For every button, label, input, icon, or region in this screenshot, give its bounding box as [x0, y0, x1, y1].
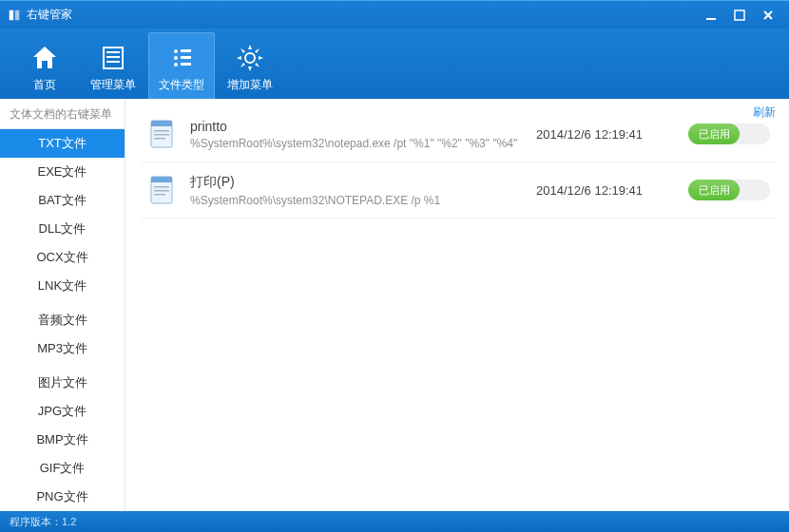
svg-rect-2: [706, 18, 716, 20]
svg-point-14: [245, 53, 255, 63]
svg-rect-17: [154, 130, 169, 132]
toggle-label: 已启用: [688, 180, 740, 200]
sidebar-item-bmp[interactable]: BMP文件: [0, 426, 125, 454]
svg-rect-19: [154, 138, 165, 140]
maximize-button[interactable]: [726, 6, 753, 25]
svg-rect-6: [106, 56, 120, 58]
minimize-icon: [705, 10, 717, 21]
svg-point-12: [174, 63, 178, 66]
sidebar-item-bat[interactable]: BAT文件: [0, 186, 125, 215]
svg-rect-13: [181, 63, 191, 66]
body: 文体文档的右键菜单 TXT文件 EXE文件 BAT文件 DLL文件 OCX文件 …: [0, 99, 789, 511]
sidebar-item-audio[interactable]: 音频文件: [0, 306, 125, 334]
sidebar-item-ocx[interactable]: OCX文件: [0, 243, 125, 272]
svg-rect-16: [151, 121, 172, 126]
gear-icon: [235, 43, 265, 73]
sidebar-item-lnk[interactable]: LNK文件: [0, 272, 125, 300]
svg-rect-9: [181, 49, 191, 52]
close-icon: [762, 10, 774, 21]
refresh-link[interactable]: 刷新: [753, 104, 776, 121]
sidebar-item-exe[interactable]: EXE文件: [0, 158, 125, 186]
sidebar-item-mp3[interactable]: MP3文件: [0, 334, 125, 363]
svg-rect-3: [735, 10, 744, 20]
svg-rect-7: [106, 61, 120, 63]
entry-timestamp: 2014/12/6 12:19:41: [536, 183, 679, 198]
entry-name: printto: [190, 119, 536, 134]
svg-rect-22: [154, 186, 169, 188]
svg-rect-5: [106, 51, 120, 53]
sidebar-item-png[interactable]: PNG文件: [0, 483, 125, 511]
sidebar: 文体文档的右键菜单 TXT文件 EXE文件 BAT文件 DLL文件 OCX文件 …: [0, 99, 125, 511]
toggle-label: 已启用: [688, 124, 740, 144]
menu-entry: printto %SystemRoot%\system32\notepad.ex…: [141, 106, 774, 162]
app-icon: [8, 9, 21, 22]
top-nav: 首页 管理菜单 文件类型 增加菜单: [0, 28, 789, 99]
version-number: 1.2: [62, 516, 76, 527]
svg-rect-0: [10, 10, 13, 20]
content-pane: 刷新 printto %SystemRoot%\system32\notepad…: [125, 99, 789, 511]
entry-list: printto %SystemRoot%\system32\notepad.ex…: [125, 99, 789, 226]
statusbar: 程序版本： 1.2: [0, 511, 789, 532]
version-label: 程序版本：: [10, 515, 62, 529]
svg-rect-1: [15, 10, 19, 20]
menu-entry: 打印(P) %SystemRoot%\system32\NOTEPAD.EXE …: [141, 162, 774, 218]
sidebar-item-gif[interactable]: GIF文件: [0, 454, 125, 483]
svg-rect-24: [154, 194, 165, 196]
entry-path: %SystemRoot%\system32\NOTEPAD.EXE /p %1: [190, 194, 536, 207]
window-title: 右键管家: [27, 7, 696, 23]
svg-rect-11: [181, 56, 191, 59]
sidebar-title: 文体文档的右键菜单: [0, 99, 125, 129]
nav-item-home[interactable]: 首页: [11, 32, 78, 99]
notepad-icon: [144, 172, 181, 208]
sidebar-item-jpg[interactable]: JPG文件: [0, 397, 125, 426]
sidebar-item-dll[interactable]: DLL文件: [0, 215, 125, 243]
svg-point-8: [174, 49, 178, 53]
svg-rect-23: [154, 190, 169, 192]
enable-toggle[interactable]: 已启用: [688, 180, 770, 200]
nav-item-add-menu[interactable]: 增加菜单: [217, 32, 283, 99]
minimize-button[interactable]: [698, 6, 724, 25]
svg-point-10: [174, 56, 178, 60]
nav-label: 首页: [33, 77, 56, 93]
list-icon: [98, 43, 128, 73]
home-icon: [29, 43, 60, 73]
entry-name: 打印(P): [190, 174, 536, 191]
entry-timestamp: 2014/12/6 12:19:41: [536, 127, 679, 142]
nav-label: 文件类型: [159, 77, 204, 93]
nav-label: 管理菜单: [90, 77, 136, 93]
notepad-icon: [144, 116, 181, 152]
titlebar: 右键管家: [0, 0, 789, 28]
settings-list-icon: [166, 43, 197, 73]
close-button[interactable]: [755, 6, 781, 25]
nav-item-manage-menu[interactable]: 管理菜单: [80, 32, 146, 99]
maximize-icon: [734, 10, 745, 21]
enable-toggle[interactable]: 已启用: [688, 124, 770, 144]
entry-path: %SystemRoot%\system32\notepad.exe /pt "%…: [190, 137, 536, 150]
svg-rect-18: [154, 134, 169, 136]
nav-label: 增加菜单: [227, 77, 273, 93]
nav-item-file-type[interactable]: 文件类型: [148, 32, 215, 99]
sidebar-item-image[interactable]: 图片文件: [0, 369, 125, 397]
sidebar-item-txt[interactable]: TXT文件: [0, 129, 125, 158]
svg-rect-21: [151, 177, 172, 182]
